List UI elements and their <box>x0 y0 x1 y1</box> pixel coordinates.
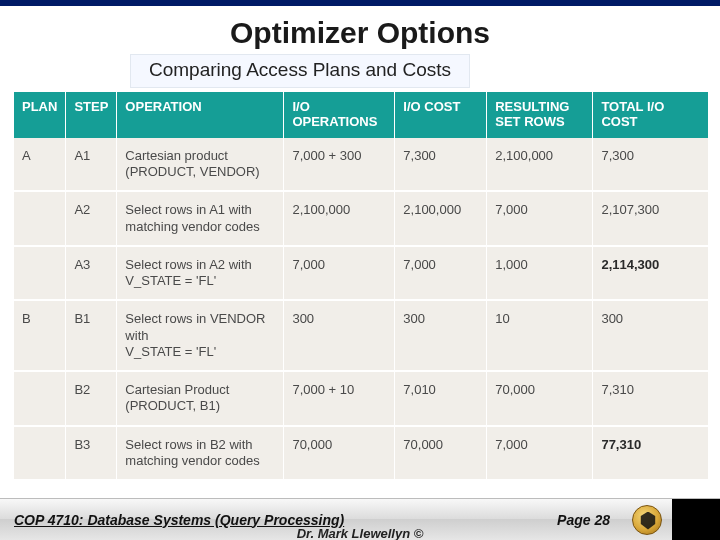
cell-plan: B <box>14 300 66 371</box>
cell-step: B3 <box>66 426 117 480</box>
cell-io_cost: 2,100,000 <box>395 191 487 246</box>
table-row: B2Cartesian Product(PRODUCT, B1)7,000 + … <box>14 371 708 426</box>
footer-byline: Dr. Mark Llewellyn © <box>0 526 720 540</box>
col-step: STEP <box>66 92 117 138</box>
cell-io_cost: 7,300 <box>395 138 487 192</box>
col-io-cost: I/O COST <box>395 92 487 138</box>
cell-io_ops: 7,000 <box>284 246 395 301</box>
table-container: PLAN STEP OPERATION I/OOPERATIONS I/O CO… <box>14 92 708 479</box>
table-row: AA1Cartesian product(PRODUCT, VENDOR)7,0… <box>14 138 708 192</box>
cell-step: B1 <box>66 300 117 371</box>
cell-io_cost: 7,000 <box>395 246 487 301</box>
cell-operation: Select rows in B2 withmatching vendor co… <box>117 426 284 480</box>
cell-rows: 1,000 <box>487 246 593 301</box>
cell-step: A1 <box>66 138 117 192</box>
cell-plan <box>14 246 66 301</box>
cell-total: 7,300 <box>593 138 708 192</box>
cell-operation: Cartesian product(PRODUCT, VENDOR) <box>117 138 284 192</box>
col-io-ops: I/OOPERATIONS <box>284 92 395 138</box>
cell-step: A2 <box>66 191 117 246</box>
cell-io_ops: 300 <box>284 300 395 371</box>
col-total: TOTAL I/OCOST <box>593 92 708 138</box>
col-plan: PLAN <box>14 92 66 138</box>
cell-io_ops: 70,000 <box>284 426 395 480</box>
table-row: B3Select rows in B2 withmatching vendor … <box>14 426 708 480</box>
table-row: A2Select rows in A1 withmatching vendor … <box>14 191 708 246</box>
cell-total: 2,107,300 <box>593 191 708 246</box>
page-title: Optimizer Options <box>0 6 720 56</box>
col-rows: RESULTINGSET ROWS <box>487 92 593 138</box>
cell-rows: 7,000 <box>487 426 593 480</box>
access-plans-table: PLAN STEP OPERATION I/OOPERATIONS I/O CO… <box>14 92 708 479</box>
cell-rows: 2,100,000 <box>487 138 593 192</box>
cell-operation: Select rows in A2 withV_STATE = 'FL' <box>117 246 284 301</box>
cell-total: 7,310 <box>593 371 708 426</box>
cell-rows: 70,000 <box>487 371 593 426</box>
table-header-row: PLAN STEP OPERATION I/OOPERATIONS I/O CO… <box>14 92 708 138</box>
cell-operation: Select rows in A1 withmatching vendor co… <box>117 191 284 246</box>
cell-total: 77,310 <box>593 426 708 480</box>
cell-plan: A <box>14 138 66 192</box>
cell-plan <box>14 371 66 426</box>
cell-io_ops: 7,000 + 10 <box>284 371 395 426</box>
table-row: BB1Select rows in VENDOR withV_STATE = '… <box>14 300 708 371</box>
cell-io_ops: 2,100,000 <box>284 191 395 246</box>
table-subtitle: Comparing Access Plans and Costs <box>130 54 470 88</box>
cell-step: B2 <box>66 371 117 426</box>
cell-step: A3 <box>66 246 117 301</box>
cell-plan <box>14 191 66 246</box>
cell-io_ops: 7,000 + 300 <box>284 138 395 192</box>
col-operation: OPERATION <box>117 92 284 138</box>
cell-total: 300 <box>593 300 708 371</box>
cell-io_cost: 70,000 <box>395 426 487 480</box>
cell-io_cost: 7,010 <box>395 371 487 426</box>
cell-rows: 7,000 <box>487 191 593 246</box>
cell-plan <box>14 426 66 480</box>
cell-io_cost: 300 <box>395 300 487 371</box>
cell-total: 2,114,300 <box>593 246 708 301</box>
cell-operation: Cartesian Product(PRODUCT, B1) <box>117 371 284 426</box>
table-row: A3Select rows in A2 withV_STATE = 'FL'7,… <box>14 246 708 301</box>
cell-operation: Select rows in VENDOR withV_STATE = 'FL' <box>117 300 284 371</box>
cell-rows: 10 <box>487 300 593 371</box>
